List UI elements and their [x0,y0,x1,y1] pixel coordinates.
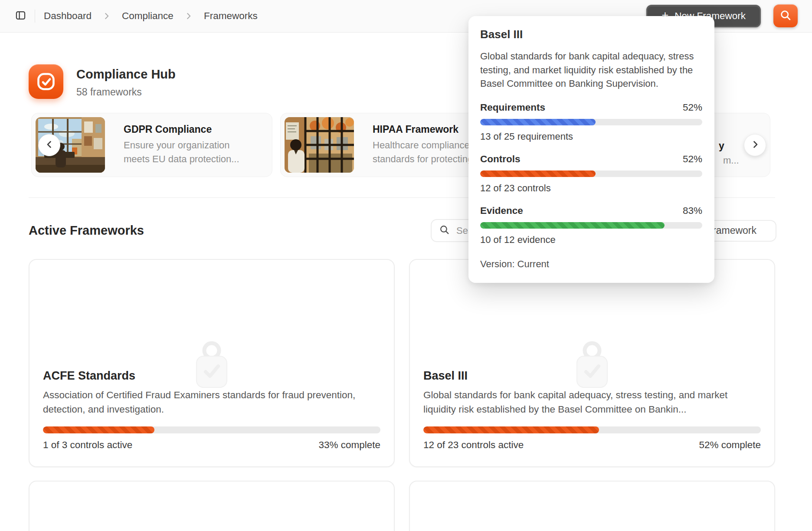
framework-button-label: ramework [713,225,756,236]
controls-active-text: 1 of 3 controls active [43,439,132,451]
framework-card-partial[interactable] [409,481,775,531]
frameworks-grid: ACFE Standards Association of Certified … [29,259,775,531]
framework-card-title: ACFE Standards [43,369,380,383]
tooltip-evidence-section: Evidence 83% 10 of 12 evidence [480,205,702,246]
evidence-label: Evidence [480,205,523,216]
carousel-next-button[interactable] [744,134,766,156]
controls-progress-bar [480,170,702,177]
carousel-card-gdpr[interactable]: GDPR Compliance Ensure your organization… [31,113,272,177]
carousel-card-description: Healthcare compliance standards for prot… [373,138,481,166]
frameworks-count: 58 frameworks [76,86,176,98]
framework-progress-fill [423,426,599,433]
controls-active-text: 12 of 23 controls active [423,439,524,451]
tooltip-description: Global standards for bank capital adequa… [480,49,702,91]
requirements-label: Requirements [480,102,545,113]
framework-card-basel[interactable]: Basel III Global standards for bank capi… [409,259,775,467]
breadcrumb: Dashboard Compliance Frameworks [44,10,258,22]
chevron-right-icon [750,139,760,151]
tooltip-version: Version: Current [480,259,702,270]
framework-card-body: Basel III Global standards for bank capi… [423,369,761,451]
check-square-icon [36,71,56,92]
compliance-hub-page: Dashboard Compliance Frameworks + New Fr… [0,0,812,531]
chevron-left-icon [44,139,55,151]
basel-iii-tooltip: Basel III Global standards for bank capi… [468,16,714,283]
evidence-count: 10 of 12 evidence [480,234,702,246]
framework-card-title: Basel III [423,369,761,383]
tooltip-requirements-section: Requirements 52% 13 of 25 requirements [480,102,702,142]
controls-count: 12 of 23 controls [480,183,702,194]
panel-left-icon [15,10,26,23]
framework-progress-bar [423,426,761,433]
requirements-count: 13 of 25 requirements [480,131,702,142]
framework-card-description: Association of Certified Fraud Examiners… [43,388,380,416]
compliance-hub-icon [29,64,63,99]
evidence-progress-bar [480,222,702,229]
sidebar-toggle-button[interactable] [11,7,29,25]
evidence-percent: 83% [683,205,702,216]
page-title: Compliance Hub [76,67,176,82]
framework-card-acfe[interactable]: ACFE Standards Association of Certified … [29,259,395,467]
hub-header-text: Compliance Hub 58 frameworks [76,64,176,99]
framework-card-description: Global standards for bank capital adequa… [423,388,761,416]
global-search-button[interactable] [773,4,798,27]
carousel-card-description-fragment: m... [723,155,739,166]
hipaa-card-image [285,117,354,173]
carousel-card-title-fragment: y [719,140,724,152]
percent-complete-text: 52% complete [699,439,761,451]
requirements-percent: 52% [683,102,702,113]
carousel-prev-button[interactable] [38,134,60,156]
controls-percent: 52% [683,154,702,165]
evidence-progress-fill [480,222,665,229]
topbar-divider [35,10,35,23]
gdpr-card-text: GDPR Compliance Ensure your organization… [124,124,239,166]
controls-progress-fill [480,170,596,177]
hub-header: Compliance Hub 58 frameworks [29,64,176,99]
chevron-right-icon [102,11,111,21]
framework-card-partial[interactable] [29,481,395,531]
search-icon [439,224,450,237]
search-icon [779,9,792,23]
breadcrumb-compliance[interactable]: Compliance [122,10,174,22]
framework-progress-fill [43,426,154,433]
tooltip-controls-section: Controls 52% 12 of 23 controls [480,154,702,194]
controls-label: Controls [480,154,521,165]
carousel-card-title: HIPAA Framework [373,124,481,135]
carousel-card-description: Ensure your organization meets EU data p… [124,138,239,166]
tooltip-title: Basel III [480,28,702,41]
breadcrumb-frameworks[interactable]: Frameworks [204,10,258,22]
percent-complete-text: 33% complete [318,439,380,451]
requirements-progress-bar [480,119,702,125]
hipaa-card-text: HIPAA Framework Healthcare compliance st… [373,124,481,166]
framework-card-body: ACFE Standards Association of Certified … [43,369,380,451]
section-title: Active Frameworks [29,223,144,238]
chevron-right-icon [184,11,193,21]
requirements-progress-fill [480,119,596,125]
carousel-card-title: GDPR Compliance [124,124,239,135]
breadcrumb-dashboard[interactable]: Dashboard [44,10,92,22]
framework-card-stats: 12 of 23 controls active 52% complete [423,439,761,451]
framework-progress-bar [43,426,380,433]
framework-card-stats: 1 of 3 controls active 33% complete [43,439,380,451]
